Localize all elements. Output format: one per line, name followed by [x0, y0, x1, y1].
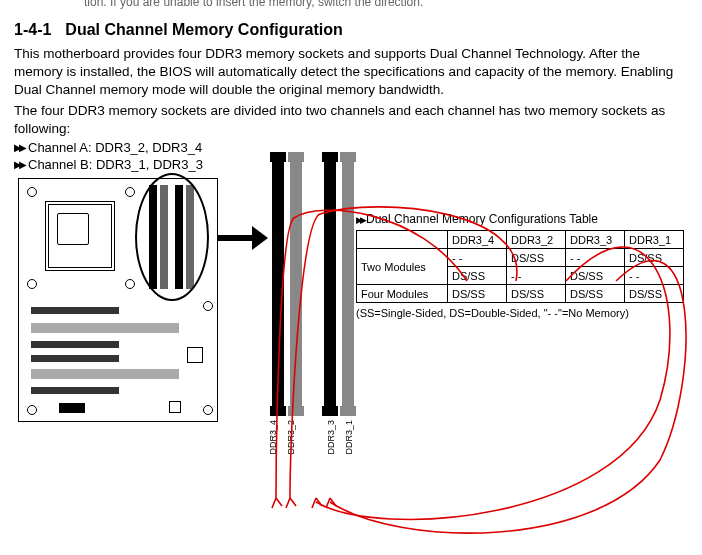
table-header-cell: DDR3_2 [507, 231, 566, 249]
config-table-title: ▶▶Dual Channel Memory Configurations Tab… [356, 212, 684, 226]
table-cell: - - [448, 249, 507, 267]
cropped-prev-line: tion. If you are unable to insert the me… [84, 0, 688, 9]
config-table: DDR3_4 DDR3_2 DDR3_3 DDR3_1 Two Modules … [356, 230, 684, 303]
table-cell: DS/SS [448, 267, 507, 285]
bullet-icon: ▶▶ [14, 159, 24, 170]
intro-paragraph-1: This motherboard provides four DDR3 memo… [14, 45, 688, 100]
slot-label: DDR3_2 [286, 420, 298, 455]
config-table-block: ▶▶Dual Channel Memory Configurations Tab… [356, 212, 684, 319]
table-header-cell [357, 231, 448, 249]
section-heading: 1-4-1Dual Channel Memory Configuration [14, 21, 688, 39]
intro-paragraph-2: The four DDR3 memory sockets are divided… [14, 102, 688, 138]
section-title: Dual Channel Memory Configuration [65, 21, 342, 38]
table-cell: - - [507, 267, 566, 285]
table-cell: DS/SS [625, 249, 684, 267]
highlight-oval-icon [135, 173, 209, 301]
slot-label: DDR3_4 [268, 420, 280, 455]
table-header-row: DDR3_4 DDR3_2 DDR3_3 DDR3_1 [357, 231, 684, 249]
channel-a-text: Channel A: DDR3_2, DDR3_4 [28, 140, 202, 155]
table-cell: DS/SS [507, 285, 566, 303]
section-number: 1-4-1 [14, 21, 51, 38]
table-row: Two Modules - - DS/SS - - DS/SS [357, 249, 684, 267]
bullet-icon: ▶▶ [14, 142, 24, 153]
table-cell: DS/SS [566, 267, 625, 285]
table-header-cell: DDR3_4 [448, 231, 507, 249]
channel-b-text: Channel B: DDR3_1, DDR3_3 [28, 157, 203, 172]
motherboard-diagram [18, 178, 218, 422]
slot-label: DDR3_1 [344, 420, 356, 455]
table-header-cell: DDR3_3 [566, 231, 625, 249]
cpu-socket-icon [45, 201, 115, 271]
table-legend: (SS=Single-Sided, DS=Double-Sided, "- -"… [356, 307, 684, 319]
table-row-label: Two Modules [357, 249, 448, 285]
diagram-area: DDR3_4 DDR3_2 DDR3_3 DDR3_1 ▶▶Dual Chann… [14, 178, 688, 518]
slot-label: DDR3_3 [326, 420, 338, 455]
table-cell: DS/SS [448, 285, 507, 303]
arrow-right-icon [218, 228, 268, 248]
table-cell: DS/SS [507, 249, 566, 267]
slot-labels: DDR3_4 DDR3_2 DDR3_3 DDR3_1 [268, 420, 356, 455]
table-row: Four Modules DS/SS DS/SS DS/SS DS/SS [357, 285, 684, 303]
dimm-modules-large [272, 154, 354, 414]
table-header-cell: DDR3_1 [625, 231, 684, 249]
table-cell: - - [566, 249, 625, 267]
table-cell: DS/SS [625, 285, 684, 303]
table-cell: - - [625, 267, 684, 285]
table-row-label: Four Modules [357, 285, 448, 303]
table-cell: DS/SS [566, 285, 625, 303]
